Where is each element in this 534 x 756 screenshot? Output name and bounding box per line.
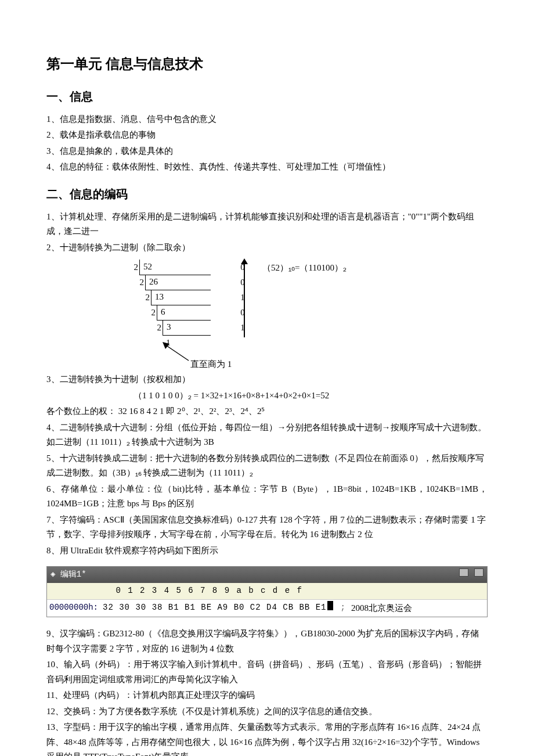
- hex-data-row: 00000000h: 32 30 30 38 B1 B1 BE A9 B0 C2…: [47, 600, 487, 617]
- maximize-icon: [474, 568, 484, 577]
- arrow-up-icon: [244, 263, 245, 337]
- sec1-p1: 1、信息是指数据、消息、信号中包含的意义: [46, 112, 488, 127]
- dividend-2: 13: [151, 290, 211, 305]
- sec2-p5: 5、十六进制转换成二进制：把十六进制的各数分别转换成四位的二进制数（不足四位在前…: [46, 451, 488, 481]
- sec2-p7: 7、字符编码：ASCⅡ（美国国家信息交换标准码）0-127 共有 128 个字符…: [46, 513, 488, 542]
- sec2-p11: 11、处理码（内码）：计算机内部真正处理汉字的编码: [46, 688, 488, 703]
- sec2-p1: 1、计算机处理、存储所采用的是二进制编码，计算机能够直接识别和处理的语言是机器语…: [46, 210, 488, 239]
- sec2-p8: 8、用 UltraEdit 软件观察字符内码如下图所示: [46, 543, 488, 559]
- window-buttons: [458, 568, 484, 582]
- svg-marker-1: [163, 342, 169, 349]
- remainder-3: 0: [234, 305, 251, 321]
- division-result: （52）₁₀=（110100）₂: [262, 261, 347, 276]
- sec1-p2: 2、载体是指承载信息的事物: [46, 128, 488, 143]
- divisor-1: 2: [134, 275, 145, 290]
- hex-editor-figure: ◈ 编辑1* 0 1 2 3 4 5 6 7 8 9 a b c d e f 0…: [46, 566, 488, 617]
- hex-titlebar: ◈ 编辑1*: [47, 567, 487, 583]
- divisor-2: 2: [139, 290, 151, 305]
- svg-line-0: [165, 345, 189, 361]
- dividend-1: 26: [145, 275, 211, 290]
- hex-title-text: 编辑1*: [60, 570, 86, 579]
- section-2-heading: 二、信息的编码: [46, 184, 488, 204]
- long-division-diagram: 2 52 0 2 26 0 2 13 1 2 6 0 2 3 1 1 （52）₁…: [46, 260, 488, 370]
- sec2-p3: 3、二进制转换为十进制（按权相加）: [46, 372, 488, 387]
- hex-decoded-text: 2008北京奥运会: [351, 601, 412, 616]
- dividend-0: 52: [139, 260, 211, 275]
- remainder-1: 0: [234, 275, 251, 290]
- hex-ruler: 0 1 2 3 4 5 6 7 8 9 a b c d e f: [47, 583, 487, 600]
- binary-to-decimal-eq: （1 1 0 1 0 0）₂ = 1×32+1×16+0×8+1×4+0×2+0…: [134, 388, 488, 404]
- hex-cursor-icon: [327, 601, 333, 610]
- sec2-p13: 13、字型码：用于汉字的输出字模，通常用点阵、矢量函数等方式表示。常用的字形点阵…: [46, 720, 488, 756]
- sec2-p12: 12、交换码：为了方便各数字系统（不仅是计算机系统）之间的汉字信息的通信交换。: [46, 704, 488, 719]
- hex-separator: ;: [340, 601, 345, 616]
- dividend-4: 3: [163, 320, 211, 336]
- divisor-0: 2: [128, 260, 139, 275]
- divisor-4: 2: [151, 321, 163, 336]
- sec1-p3: 3、信息是抽象的，载体是具体的: [46, 144, 488, 159]
- sec2-p2: 2、十进制转换为二进制（除二取余）: [46, 240, 488, 255]
- sec2-p9: 9、汉字编码：GB2312-80（《信息交换用汉字编码及字符集》），GB1803…: [46, 627, 488, 656]
- sec2-p6: 6、存储单位：最小单位：位（bit)比特，基本单位：字节 B（Byte），1B=…: [46, 482, 488, 512]
- dividend-3: 6: [157, 305, 211, 321]
- remainder-2: 1: [234, 290, 251, 305]
- section-1-heading: 一、信息: [46, 87, 488, 106]
- divisor-3: 2: [145, 305, 157, 321]
- hex-offset: 00000000h:: [49, 601, 98, 616]
- sec2-p4: 4、二进制转换成十六进制：分组（低位开始，每四位一组）→分别把各组转换成十进制→…: [46, 420, 488, 450]
- minimize-icon: [459, 568, 468, 577]
- division-note: 直至商为 1: [190, 357, 232, 372]
- page-title: 第一单元 信息与信息技术: [46, 52, 488, 76]
- weights-line: 各个数位上的权： 32 16 8 4 2 1 即 2⁰、2¹、2²、2³、2⁴、…: [46, 404, 488, 419]
- sec1-p4: 4、信息的特征：载体依附性、时效性、真伪性、传递共享性、可处理加工性（可增值性）: [46, 160, 488, 175]
- hex-bytes: 32 30 30 38 B1 B1 BE A9 B0 C2 D4 CB BB E…: [103, 601, 326, 616]
- remainder-4: 1: [234, 321, 251, 336]
- sec2-p10: 10、输入码（外码）：用于将汉字输入到计算机中。音码（拼音码）、形码（五笔）、音…: [46, 657, 488, 687]
